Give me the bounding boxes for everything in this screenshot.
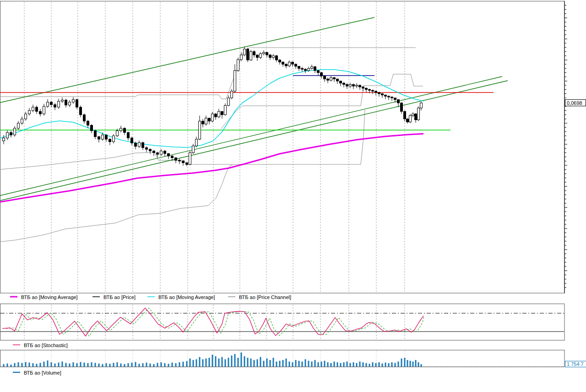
candle-body <box>292 62 294 65</box>
volume-bar <box>321 361 322 367</box>
volume-bar <box>183 362 184 367</box>
volume-bar <box>279 361 281 367</box>
current-volume-marker: 1 754 7 <box>565 361 586 367</box>
volume-bar <box>391 362 393 367</box>
volume-bar <box>202 359 204 367</box>
volume-bar <box>43 362 45 367</box>
volume-bar <box>51 362 52 367</box>
candle-body <box>113 136 115 142</box>
volume-bar <box>29 363 30 367</box>
volume-bar <box>415 360 417 367</box>
volume-bar <box>311 361 313 367</box>
volume-bar <box>337 362 338 367</box>
candle-body <box>116 131 119 136</box>
volume-bar <box>164 363 166 367</box>
volume-bar <box>241 353 242 367</box>
candle-body <box>301 68 304 69</box>
volume-bar <box>218 359 220 367</box>
volume-bar <box>54 364 56 367</box>
volume-bar <box>91 362 92 367</box>
main-price-panel[interactable] <box>0 1 565 294</box>
candle-body <box>218 111 220 117</box>
candle-body <box>320 73 323 76</box>
volume-bar <box>247 358 249 367</box>
volume-bar <box>257 359 258 367</box>
volume-bar <box>199 357 201 367</box>
candle-body <box>336 79 339 81</box>
volume-bar <box>385 363 386 367</box>
volume-bar <box>69 364 71 367</box>
candle-body <box>340 81 342 83</box>
candle-body <box>415 114 417 120</box>
candle-body <box>362 87 364 88</box>
candle-body <box>237 60 239 71</box>
volume-bar <box>263 361 265 367</box>
candle-body <box>269 55 271 58</box>
candle-body <box>14 128 16 135</box>
chart-canvas[interactable]: 0,0698 1 754 7 ВТБ ао [Moving Average] В… <box>0 0 586 392</box>
price-axis[interactable] <box>564 1 567 293</box>
volume-bar <box>356 363 358 367</box>
candle-body <box>247 49 249 60</box>
volume-bar <box>238 358 239 367</box>
candle-body <box>234 71 236 91</box>
volume-bar <box>168 364 169 367</box>
volume-bar <box>215 356 217 367</box>
candle-body <box>61 100 64 101</box>
volume-bar <box>7 364 8 367</box>
volume-bar <box>388 363 390 367</box>
volume-bar <box>266 359 268 367</box>
legend-ma-short-label: ВТБ ао [Moving Average] <box>158 294 215 300</box>
candle-body <box>391 97 393 98</box>
candle-body <box>401 103 403 111</box>
volume-bar <box>276 361 277 367</box>
volume-bar <box>14 363 16 367</box>
volume-bar <box>120 364 122 367</box>
volume-bar <box>395 363 396 367</box>
candle-body <box>282 62 284 65</box>
candle-body <box>412 114 414 116</box>
candle-body <box>394 98 396 100</box>
volume-bar <box>369 364 370 367</box>
volume-bar <box>109 364 111 367</box>
candle-body <box>91 125 93 131</box>
candle-body <box>28 110 31 114</box>
volume-bar <box>22 363 23 367</box>
volume-bar <box>179 362 180 367</box>
candle-body <box>50 102 53 105</box>
candle-body <box>253 52 255 55</box>
candle-body <box>199 121 201 139</box>
candle-body <box>353 84 355 86</box>
candle-body <box>109 139 111 142</box>
volume-bar <box>327 362 329 367</box>
candle-body <box>324 76 326 79</box>
candle-body <box>308 68 310 71</box>
volume-bar <box>124 364 125 367</box>
current-price-label: 0,0698 <box>567 100 582 106</box>
candle-body <box>375 91 377 93</box>
candle-body <box>276 56 278 60</box>
candle-body <box>195 139 198 146</box>
volume-bar <box>410 361 411 367</box>
candle-body <box>231 91 233 98</box>
candle-body <box>304 69 307 71</box>
candle-body <box>6 132 9 138</box>
candle-body <box>43 106 45 114</box>
candle-body <box>381 94 384 95</box>
volume-bar <box>334 361 335 367</box>
candle-body <box>171 156 174 158</box>
candle-body <box>250 52 252 60</box>
candle-body <box>21 119 23 123</box>
volume-bar <box>331 363 332 367</box>
candle-body <box>288 62 291 66</box>
candle-body <box>179 160 181 161</box>
candle-body <box>175 158 177 160</box>
volume-bar <box>244 356 245 367</box>
candle-body <box>311 67 313 69</box>
candle-body <box>102 135 104 139</box>
candle-body <box>47 102 49 106</box>
volume-bar <box>295 360 297 367</box>
volume-bar <box>25 362 27 367</box>
volume-bar <box>73 362 74 367</box>
candle-body <box>285 64 288 66</box>
